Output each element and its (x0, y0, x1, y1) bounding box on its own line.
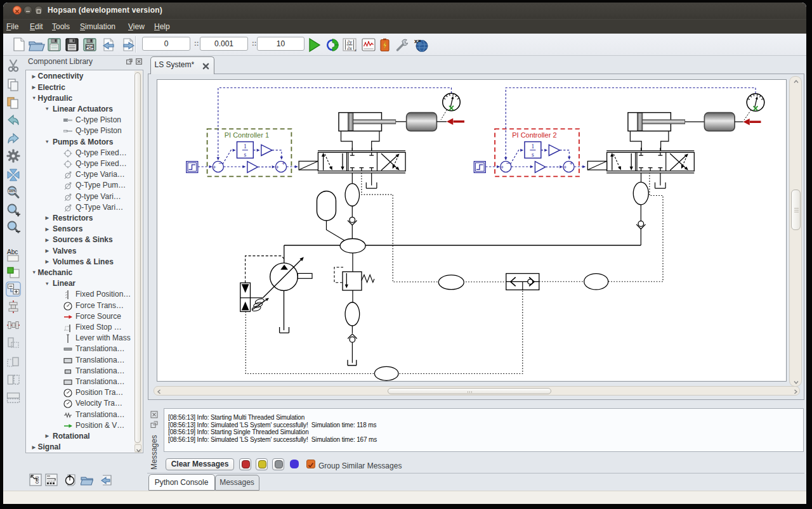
svg-text:+: + (275, 164, 279, 171)
svg-text:s: s (244, 151, 246, 157)
svg-text:1: 1 (244, 143, 247, 150)
svg-text:s: s (532, 151, 534, 157)
svg-text:∂y: ∂y (347, 39, 352, 45)
svg-text:PI Controller 1: PI Controller 1 (224, 131, 268, 139)
svg-text:PI Controller 2: PI Controller 2 (512, 131, 556, 139)
svg-text:x=: x= (414, 37, 421, 44)
svg-text:x: x (354, 48, 357, 52)
svg-text:010: 010 (35, 476, 39, 484)
svg-text:1: 1 (531, 143, 534, 150)
svg-text:+: + (563, 164, 567, 171)
svg-text:+: + (500, 164, 504, 171)
svg-text:+: + (281, 159, 285, 166)
svg-text:PDF: PDF (86, 45, 94, 49)
svg-text:100%: 100% (8, 190, 16, 193)
svg-text:Abc: Abc (7, 248, 18, 255)
svg-text:+: + (213, 164, 216, 171)
svg-text:+: + (569, 159, 573, 166)
svg-text:−: − (506, 160, 510, 167)
svg-text:∂x: ∂x (347, 46, 352, 51)
svg-text:−: − (218, 160, 222, 167)
